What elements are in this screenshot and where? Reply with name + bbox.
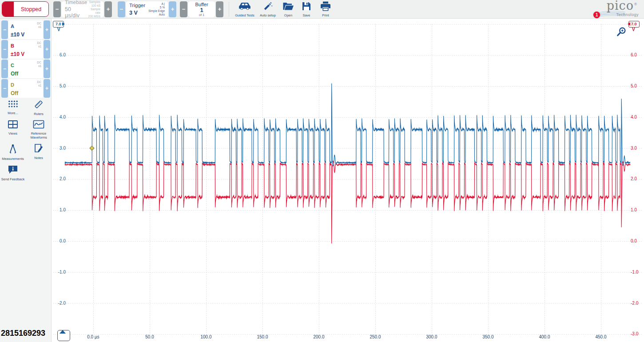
magnifier-icon — [616, 31, 626, 39]
x-axis-tick: 100.0 — [194, 334, 219, 339]
sample-rate-value: 200 MS/s — [87, 15, 100, 18]
channel-b-card[interactable]: B DC x1 ±10 V — [8, 40, 43, 59]
views-label: Views — [8, 131, 17, 135]
x-axis-tick: 0.0 µs — [81, 334, 106, 339]
serial-watermark: 2815169293 — [1, 329, 45, 338]
channel-d-increase-button[interactable]: + — [44, 79, 50, 98]
channel-a-coupling: DC — [37, 22, 41, 25]
car-icon — [238, 1, 251, 13]
channel-d-range: Off — [11, 90, 18, 96]
reference-waveform-icon — [33, 120, 44, 131]
x-axis-tick: 150.0 — [250, 334, 275, 339]
measurements-label: Measurements — [2, 157, 24, 161]
channel-d-letter: D — [11, 82, 14, 87]
reference-waveforms-button[interactable]: Reference Waveforms — [26, 120, 51, 139]
logo-subtitle: Technology — [616, 12, 639, 17]
trigger-card[interactable]: Trigger 3 V A ∫ 5 % Simple Edge Auto — [126, 1, 168, 17]
y-axis-tick-left: -2.0 — [54, 301, 66, 306]
channel-a-decrease-button[interactable]: − — [1, 20, 8, 39]
channel-d-decrease-button[interactable]: − — [1, 79, 8, 98]
auto-setup-button[interactable]: Auto setup — [256, 1, 279, 17]
trigger-title: Trigger — [129, 3, 145, 8]
calipers-icon — [8, 143, 18, 156]
buffer-previous-button[interactable]: − — [180, 1, 187, 17]
x-axis-tick: 450.0 — [588, 334, 613, 339]
more-button[interactable]: More... — [8, 99, 19, 116]
y-axis-tick-left: 6.0 — [54, 52, 66, 57]
timebase-panel: − Timebase 50 µs/div Samples 100 kS Samp… — [53, 1, 112, 17]
timebase-increase-button[interactable]: + — [104, 1, 112, 17]
channel-c-range: Off — [11, 71, 18, 77]
print-button[interactable]: Print — [316, 1, 335, 17]
zoom-overview-button[interactable] — [616, 27, 626, 39]
open-button[interactable]: Open — [279, 1, 297, 17]
y-axis-tick-right: -2.0 — [631, 301, 642, 306]
sample-rate-label: Sample rate — [87, 8, 100, 15]
send-feedback-label: Send Feedback — [1, 177, 25, 181]
channel-d-card[interactable]: D DC x1 Off — [8, 79, 43, 98]
left-axis-top-tag[interactable]: 7.0 — [53, 21, 64, 28]
save-button[interactable]: Save — [297, 1, 316, 17]
channel-d-probe: x1 — [37, 84, 41, 87]
y-axis-tick-left: 3.0 — [54, 146, 66, 151]
timebase-decrease-button[interactable]: − — [53, 1, 61, 17]
channel-c-panel: − C DC x1 Off + — [1, 60, 50, 78]
auto-setup-label: Auto setup — [260, 13, 276, 17]
channel-c-card[interactable]: C DC x1 Off — [8, 60, 43, 78]
rulers-label: Rulers — [34, 112, 44, 116]
ruler-icon — [33, 99, 44, 111]
trigger-decrease-button[interactable]: − — [118, 1, 125, 17]
x-axis-tick: 250.0 — [363, 334, 388, 339]
x-axis-tick: 400.0 — [532, 334, 557, 339]
notification-badge[interactable]: 1 — [593, 12, 600, 18]
guided-tests-button[interactable]: Guided Tests — [233, 1, 256, 17]
waveform-plot[interactable] — [52, 19, 644, 342]
channel-a-card[interactable]: A DC x1 ±10 V — [8, 20, 43, 39]
channel-a-probe: x1 — [37, 25, 41, 29]
toolbar-separator — [229, 2, 229, 17]
right-axis-unit: V — [632, 27, 635, 32]
y-axis-tick-right: 1.0 — [631, 207, 642, 212]
stop-start-button[interactable]: Stopped — [2, 1, 49, 17]
stop-indicator-block — [2, 2, 14, 16]
y-axis-tick-left: 1.0 — [54, 207, 66, 212]
buffer-card[interactable]: Buffer 1 of 1 — [188, 1, 215, 17]
trigger-increase-button[interactable]: + — [169, 1, 176, 17]
samples-value: 100 kS — [87, 4, 100, 8]
send-feedback-button[interactable]: Send Feedback — [1, 165, 25, 181]
channel-a-panel: − A DC x1 ±10 V + — [1, 20, 50, 39]
axis-scroll-handle[interactable] — [57, 330, 70, 341]
more-label: More... — [8, 111, 18, 115]
timebase-card[interactable]: Timebase 50 µs/div Samples 100 kS Sample… — [62, 1, 103, 17]
notes-button[interactable]: Notes — [34, 143, 44, 161]
views-button[interactable]: Views — [8, 120, 18, 139]
y-axis-tick-left: 5.0 — [54, 84, 66, 88]
sidebar-tools: More... Rulers Views — [0, 99, 52, 181]
y-axis-tick-right: -3.0 — [631, 331, 642, 336]
measurements-button[interactable]: Measurements — [2, 143, 24, 161]
channel-c-probe: x1 — [37, 64, 41, 68]
views-grid-icon — [8, 120, 18, 131]
rulers-button[interactable]: Rulers — [33, 99, 44, 116]
trigger-level-value: 3 V — [129, 10, 145, 16]
folder-open-icon — [282, 1, 294, 13]
channel-d-coupling: DC — [37, 80, 41, 84]
channel-c-decrease-button[interactable]: − — [1, 60, 8, 78]
pico-technology-logo: pico® Technology — [595, 0, 640, 18]
y-axis-tick-right: 4.0 — [631, 115, 642, 119]
channel-c-increase-button[interactable]: + — [44, 60, 50, 78]
trigger-source: A — [161, 2, 163, 5]
channel-b-probe: x1 — [37, 45, 41, 48]
channel-b-increase-button[interactable]: + — [44, 40, 50, 59]
buffer-count: of 1 — [199, 13, 205, 17]
y-axis-tick-right: 6.0 — [631, 52, 642, 57]
channel-a-letter: A — [11, 24, 14, 29]
channel-b-decrease-button[interactable]: − — [1, 40, 8, 59]
logo-wordmark: pico — [607, 0, 634, 12]
channel-a-increase-button[interactable]: + — [44, 20, 50, 39]
channel-b-coupling: DC — [37, 41, 41, 45]
buffer-next-button[interactable]: + — [216, 1, 223, 17]
stop-button-label: Stopped — [14, 6, 48, 12]
right-axis-top-tag[interactable]: 7.0 — [628, 21, 640, 28]
channel-sidebar: − A DC x1 ±10 V + − B DC x1 ±10 V + − C … — [0, 19, 52, 342]
